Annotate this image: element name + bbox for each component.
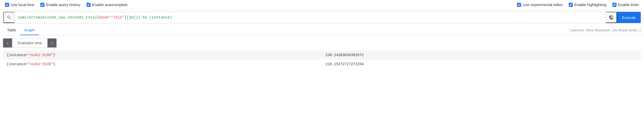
query-display[interactable]: sum(increase(node_cpu_seconds_total{mode… xyxy=(15,12,606,23)
row-label: {instance="node1:9100"} xyxy=(3,51,322,60)
search-icon xyxy=(7,15,11,20)
query-label-key: mode= xyxy=(99,15,111,20)
checkbox-input-enable-query-history[interactable] xyxy=(40,3,44,7)
checkbox-label-enable-query-history: Enable query history xyxy=(46,3,80,7)
search-bar: sum(increase(node_cpu_seconds_total{mode… xyxy=(3,12,641,23)
label-brace: } xyxy=(53,62,55,66)
eval-time-label: Evaluation time xyxy=(12,38,47,48)
checkbox-use-experimental-editor: Use experimental editor xyxy=(517,3,562,7)
checkbox-input-enable-highlighting[interactable] xyxy=(569,3,573,7)
checkbox-input-use-experimental-editor[interactable] xyxy=(517,3,521,7)
tab-graph[interactable]: Graph xyxy=(20,25,39,35)
label-val: "node2:9100" xyxy=(28,62,53,66)
tab-table[interactable]: Table xyxy=(3,25,20,35)
eval-next-button[interactable]: › xyxy=(47,38,57,48)
checkbox-label-enable-linter: Enable linter xyxy=(618,3,639,7)
search-button[interactable] xyxy=(3,12,15,23)
tabs-area: Table Graph Load time: 84ms Resolution: … xyxy=(0,25,644,35)
checkbox-enable-query-history: Enable query history xyxy=(40,3,80,7)
row-value: 216.15272727272264 xyxy=(322,60,641,69)
globe-button[interactable] xyxy=(606,12,617,23)
row-value: 238.24363636363572 xyxy=(322,51,641,60)
checkbox-label-use-local-time: Use local time xyxy=(11,3,34,7)
label-key: {instance= xyxy=(7,53,28,57)
execute-button[interactable]: Execute xyxy=(617,12,641,23)
eval-prev-button[interactable]: ‹ xyxy=(3,38,12,48)
checkbox-input-enable-linter[interactable] xyxy=(612,3,616,7)
query-range: }[1m])) by (instance) xyxy=(124,15,172,20)
query-label-val: "idle" xyxy=(111,15,124,20)
top-bar-right: Use experimental editorEnable highlighti… xyxy=(517,3,639,7)
checkbox-enable-highlighting: Enable highlighting xyxy=(569,3,606,7)
table-area: ‹ Evaluation time › {instance="node1:910… xyxy=(0,35,644,72)
globe-icon xyxy=(609,15,614,20)
checkbox-enable-autocomplete: Enable autocomplete xyxy=(87,3,128,7)
label-brace: } xyxy=(53,53,55,57)
label-val: "node1:9100" xyxy=(28,53,53,57)
checkbox-input-enable-autocomplete[interactable] xyxy=(87,3,91,7)
top-bar: Use local timeEnable query historyEnable… xyxy=(0,0,644,10)
row-label: {instance="node2:9100"} xyxy=(3,60,322,69)
checkbox-input-use-local-time[interactable] xyxy=(5,3,9,7)
checkbox-label-use-experimental-editor: Use experimental editor xyxy=(523,3,562,7)
checkbox-label-enable-autocomplete: Enable autocomplete xyxy=(92,3,128,7)
tabs-left: Table Graph xyxy=(3,25,39,35)
table-row: {instance="node1:9100"}238.2436363636357… xyxy=(3,51,641,60)
table-row: {instance="node2:9100"}216.1527272727226… xyxy=(3,60,641,69)
checkbox-enable-linter: Enable linter xyxy=(612,3,639,7)
query-function: sum(increase(node_cpu_seconds_total{ xyxy=(18,15,99,20)
eval-time-bar: ‹ Evaluation time › xyxy=(3,38,641,48)
results-table: {instance="node1:9100"}238.2436363636357… xyxy=(3,51,641,69)
checkbox-label-enable-highlighting: Enable highlighting xyxy=(574,3,606,7)
tabs-meta: Load time: 84ms Resolution: 14s Result s… xyxy=(570,26,641,34)
top-bar-left: Use local timeEnable query historyEnable… xyxy=(5,3,511,7)
label-key: {instance= xyxy=(7,62,28,66)
checkbox-use-local-time: Use local time xyxy=(5,3,34,7)
